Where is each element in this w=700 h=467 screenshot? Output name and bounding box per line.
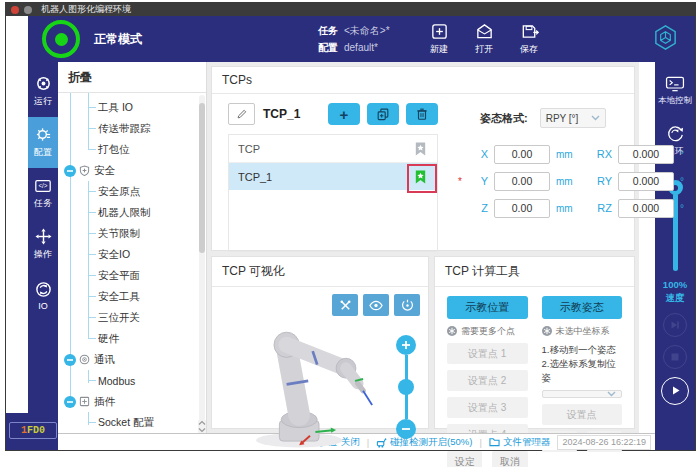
stop-button[interactable] <box>663 345 687 369</box>
set-point-2-button[interactable]: 设置点 2 <box>447 370 528 391</box>
left-nav: 运行 配置 </> 任务 操作 IO <box>28 62 58 450</box>
tree-item-hardware[interactable]: 硬件 <box>58 328 206 349</box>
terminal-icon <box>665 76 685 92</box>
tree-item-safety-io[interactable]: 安全IO <box>58 244 206 265</box>
step-forward-button[interactable] <box>663 313 687 337</box>
new-file-icon <box>430 22 449 41</box>
zoom-slider-track[interactable] <box>405 393 408 419</box>
save-task-button[interactable]: 保存 <box>520 22 539 56</box>
tree-collapse-button[interactable]: 折叠 <box>58 62 206 93</box>
open-task-button[interactable]: 打开 <box>475 22 494 56</box>
nav-item-config[interactable]: 配置 <box>28 117 58 168</box>
robot-arm-image <box>220 305 400 453</box>
zoom-in-button[interactable] <box>396 335 416 355</box>
tcp-table: TCP TCP_1 <box>228 134 438 252</box>
local-control-button[interactable]: 本地控制 <box>658 76 692 107</box>
delete-tcp-button[interactable] <box>406 103 438 125</box>
teach-position-button[interactable]: 示教位置 <box>447 296 528 319</box>
teach-position-hint: 需要更多个点 <box>447 325 528 337</box>
chevron-down-icon <box>607 391 616 397</box>
save-icon <box>520 22 539 41</box>
tree-item-conveyor[interactable]: 传送带跟踪 <box>58 118 206 139</box>
nav-item-operate[interactable]: 操作 <box>28 219 58 270</box>
coordinate-system-select[interactable] <box>542 390 623 398</box>
tree-item-plugin[interactable]: 插件 <box>58 391 206 412</box>
position-cancel-button[interactable]: 取消 <box>492 451 527 467</box>
tree-item-safety-plane[interactable]: 安全平面 <box>58 265 206 286</box>
tree-item-packing[interactable]: 打包位 <box>58 139 206 160</box>
tree-list: 工具 IO 传送带跟踪 打包位 安全 安全原点 机器人限制 关节限制 安全IO … <box>58 93 206 433</box>
teach-posture-button[interactable]: 示教姿态 <box>542 296 623 319</box>
tree-scroll-arrows[interactable] <box>198 420 206 433</box>
teach-posture-column: 示教姿态 未选中坐标系 1.移动到一个姿态 2.选坐标系复制位姿 <box>542 296 623 420</box>
tcp-table-row[interactable]: TCP_1 <box>229 163 437 190</box>
tree-scrollbar[interactable] <box>199 95 205 431</box>
ry-input[interactable] <box>618 172 674 191</box>
set-posture-point-button[interactable]: 设置点 <box>542 404 623 425</box>
run-icon <box>35 75 52 92</box>
trash-icon <box>415 107 429 121</box>
nav-item-task[interactable]: </> 任务 <box>28 168 58 219</box>
tcp-table-header: TCP <box>229 135 437 163</box>
tree-item-communication[interactable]: 通讯 <box>58 349 206 370</box>
tree-item-safety-tool[interactable]: 安全工具 <box>58 286 206 307</box>
copy-tcp-button[interactable] <box>367 103 399 125</box>
plugin-icon <box>79 396 90 407</box>
chevron-down-icon[interactable] <box>198 427 206 433</box>
left-gutter: 1FD0 <box>6 62 28 450</box>
set-point-1-button[interactable]: 设置点 1 <box>447 343 528 364</box>
mode-status-icon <box>42 20 80 58</box>
tree-item-tool-io[interactable]: 工具 IO <box>58 97 206 118</box>
annotation-highlight-box <box>407 164 437 193</box>
robot-3d-view[interactable] <box>212 287 428 428</box>
play-button[interactable] <box>661 377 689 405</box>
add-tcp-button[interactable]: + <box>328 103 360 125</box>
z-input[interactable] <box>494 199 550 218</box>
tree-item-joint-limits[interactable]: 关节限制 <box>58 223 206 244</box>
window-minimize-icon[interactable] <box>24 6 32 14</box>
tree-item-safety-origin[interactable]: 安全原点 <box>58 181 206 202</box>
mode-label: 正常模式 <box>94 31 142 48</box>
default-flag-icon <box>413 141 428 157</box>
tree-item-robot-limits[interactable]: 机器人限制 <box>58 202 206 223</box>
tree-item-modbus[interactable]: Modbus <box>58 370 206 391</box>
nav-item-run[interactable]: 运行 <box>28 66 58 117</box>
rx-label: RX <box>594 148 612 160</box>
info-asterisk-icon <box>542 326 552 336</box>
tcp-visualization-panel: TCP 可视化 <box>211 256 429 429</box>
open-icon <box>475 22 494 41</box>
mode-indicator: 正常模式 <box>28 20 318 58</box>
position-confirm-button[interactable]: 设定 <box>447 451 482 467</box>
rz-input[interactable] <box>618 199 674 218</box>
x-label: X <box>470 148 488 160</box>
y-label: Y <box>470 175 488 187</box>
tcp-pose-form: 姿态格式: RPY [°] Xmm *Ymm <box>440 94 634 250</box>
tree-item-socket-config[interactable]: Socket 配置 <box>58 412 206 433</box>
new-task-button[interactable]: 新建 <box>430 22 449 56</box>
nav-item-io[interactable]: IO <box>28 270 58 321</box>
play-icon <box>670 385 681 396</box>
file-manager-button[interactable]: 文件管理器 <box>489 436 551 449</box>
app-window: 机器人图形化编程环境 正常模式 任务<未命名>* 配置default* 新建 打… <box>5 2 696 451</box>
y-input[interactable] <box>494 172 550 191</box>
task-label: 任务 <box>318 25 338 36</box>
viz-panel-title: TCP 可视化 <box>212 257 428 287</box>
right-sidebar: 本地控制 循环 100% 速度 <box>655 62 695 450</box>
chevron-up-icon[interactable] <box>198 420 206 426</box>
rotate-view-icon <box>401 299 414 312</box>
tree-item-safety[interactable]: 安全 <box>58 160 206 181</box>
collapse-minus-icon[interactable] <box>64 165 76 177</box>
set-point-3-button[interactable]: 设置点 3 <box>447 397 528 418</box>
rename-tcp-button[interactable] <box>228 103 255 125</box>
rz-label: RZ <box>594 202 612 214</box>
x-input[interactable] <box>494 145 550 164</box>
window-close-icon[interactable] <box>11 6 19 14</box>
tree-item-three-pos-switch[interactable]: 三位开关 <box>58 307 206 328</box>
rx-input[interactable] <box>618 145 674 164</box>
teach-posture-steps: 1.移动到一个姿态 2.选坐标系复制位姿 <box>542 343 623 384</box>
zoom-out-button[interactable] <box>396 419 416 439</box>
collapse-minus-icon[interactable] <box>64 354 76 366</box>
collapse-minus-icon[interactable] <box>64 396 76 408</box>
pose-format-select[interactable]: RPY [°] <box>540 108 606 128</box>
zoom-slider-track[interactable] <box>405 355 408 381</box>
